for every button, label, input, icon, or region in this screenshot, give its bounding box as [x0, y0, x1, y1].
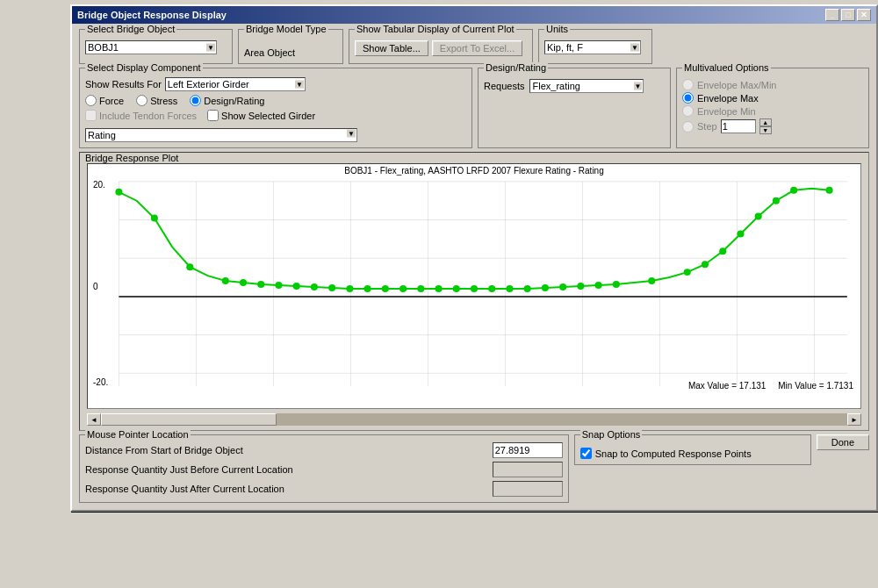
svg-point-42 — [648, 277, 655, 284]
show-selected-girder-label: Show Selected Girder — [221, 111, 315, 121]
units-dropdown-wrapper: Kip, ft, F — [544, 40, 646, 54]
stress-radio-item: Stress — [136, 95, 177, 106]
svg-point-18 — [186, 263, 193, 270]
horizontal-scrollbar[interactable]: ◄ ► — [87, 412, 861, 427]
multivalued-options-label: Multivalued Options — [682, 62, 771, 73]
bridge-model-type-label: Bridge Model Type — [244, 24, 328, 34]
done-button[interactable]: Done — [817, 434, 869, 450]
close-button[interactable]: ✕ — [857, 9, 871, 21]
svg-point-44 — [702, 261, 709, 268]
rating-select-container: Rating — [85, 125, 357, 142]
svg-point-24 — [311, 283, 318, 290]
svg-point-17 — [151, 215, 158, 222]
svg-point-40 — [595, 282, 602, 289]
scrollbar-track[interactable] — [101, 413, 847, 426]
show-results-select[interactable]: Left Exterior Girder — [165, 77, 306, 91]
svg-point-20 — [240, 279, 247, 286]
units-select[interactable]: Kip, ft, F — [544, 40, 641, 54]
include-tendon-checkbox[interactable] — [85, 110, 97, 121]
tabular-display-group: Show Tabular Display of Current Plot Sho… — [349, 29, 533, 64]
show-table-button[interactable]: Show Table... — [355, 40, 428, 56]
plot-area[interactable]: BOBJ1 - Flex_rating, AASHTO LRFD 2007 Fl… — [87, 163, 861, 409]
svg-point-23 — [293, 283, 300, 290]
force-radio-item: Force — [85, 95, 124, 106]
svg-point-29 — [399, 285, 407, 292]
step-down-arrow[interactable]: ▼ — [759, 126, 772, 134]
show-selected-girder-item: Show Selected Girder — [207, 110, 315, 121]
step-up-arrow[interactable]: ▲ — [759, 118, 772, 126]
snap-checkbox[interactable] — [580, 448, 592, 459]
stress-radio[interactable] — [136, 95, 148, 106]
maximize-button[interactable]: □ — [841, 9, 855, 21]
svg-point-21 — [257, 281, 264, 288]
svg-point-49 — [790, 187, 797, 194]
step-radio[interactable] — [682, 121, 694, 133]
rating-dropdown-row: Rating — [85, 125, 466, 142]
window-body: Select Bridge Object BOBJ1 Bridge Model … — [72, 24, 876, 510]
design-rating-radio-item: Design/Rating — [190, 95, 264, 106]
force-radio[interactable] — [85, 95, 97, 106]
requests-select-container: Flex_rating — [529, 79, 644, 93]
distance-row: Distance From Start of Bridge Object — [85, 442, 563, 458]
svg-point-31 — [435, 285, 442, 292]
distance-input[interactable] — [493, 442, 563, 458]
bridge-object-select[interactable]: BOBJ1 — [85, 40, 217, 54]
svg-point-36 — [524, 285, 531, 292]
units-select-container: Kip, ft, F — [544, 40, 641, 54]
after-input — [493, 481, 563, 497]
envelope-min-radio[interactable] — [682, 105, 694, 117]
svg-point-22 — [275, 282, 282, 289]
design-rating-group-label: Design/Rating — [484, 62, 548, 73]
display-component-group: Select Display Component Show Results Fo… — [79, 68, 472, 148]
svg-point-43 — [684, 269, 691, 276]
bridge-model-type-dropdown-wrapper: Area Object — [244, 40, 337, 58]
bottom-row: Mouse Pointer Location Distance From Sta… — [79, 434, 869, 503]
bridge-model-type-value: Area Object — [244, 47, 295, 58]
design-rating-radio[interactable] — [190, 95, 201, 106]
after-label: Response Quantity Just After Current Loc… — [85, 484, 489, 494]
force-label: Force — [99, 96, 124, 106]
mouse-pointer-label: Mouse Pointer Location — [85, 429, 191, 440]
distance-label: Distance From Start of Bridge Object — [85, 445, 489, 455]
svg-point-45 — [719, 247, 726, 255]
svg-point-33 — [471, 285, 478, 292]
envelope-min-row: Envelope Min — [682, 105, 863, 117]
select-bridge-object-group: Select Bridge Object BOBJ1 — [79, 29, 233, 64]
step-label: Step — [697, 121, 717, 132]
export-excel-button[interactable]: Export To Excel... — [432, 40, 522, 56]
envelope-max-min-row: Envelope Max/Min — [682, 79, 863, 90]
svg-point-41 — [613, 281, 620, 288]
svg-point-16 — [115, 189, 122, 196]
snap-row: Snap to Computed Response Points — [580, 448, 805, 459]
svg-point-26 — [346, 285, 353, 292]
scrollbar-thumb[interactable] — [101, 413, 277, 426]
show-selected-girder-checkbox[interactable] — [207, 110, 219, 121]
scroll-right-arrow[interactable]: ► — [847, 413, 861, 426]
svg-point-46 — [737, 230, 744, 237]
multivalued-options-group: Multivalued Options Envelope Max/Min Env… — [676, 68, 869, 148]
checkbox-row: Include Tendon Forces Show Selected Gird… — [85, 110, 466, 121]
units-label: Units — [544, 24, 570, 34]
snap-options-group: Snap Options Snap to Computed Response P… — [574, 434, 811, 465]
envelope-max-radio[interactable] — [682, 92, 694, 104]
requests-select[interactable]: Flex_rating — [529, 79, 644, 93]
minimize-button[interactable]: _ — [825, 9, 839, 21]
svg-point-30 — [417, 285, 424, 292]
show-results-label: Show Results For — [85, 79, 162, 90]
svg-point-34 — [488, 285, 495, 292]
main-window: Bridge Object Response Display _ □ ✕ Sel… — [70, 4, 878, 512]
rating-select[interactable]: Rating — [85, 128, 357, 142]
bridge-response-plot-group: Bridge Response Plot BOBJ1 - Flex_rating… — [79, 152, 869, 431]
svg-point-25 — [328, 284, 335, 291]
mouse-pointer-group: Mouse Pointer Location Distance From Sta… — [79, 434, 569, 503]
design-rating-group: Design/Rating Requests Flex_rating — [478, 68, 671, 148]
envelope-max-min-radio[interactable] — [682, 79, 694, 90]
scroll-left-arrow[interactable]: ◄ — [87, 413, 101, 426]
step-input[interactable] — [721, 119, 756, 133]
envelope-min-label: Envelope Min — [697, 106, 756, 117]
plot-svg — [88, 164, 860, 408]
after-row: Response Quantity Just After Current Loc… — [85, 481, 563, 497]
bridge-model-type-group: Bridge Model Type Area Object — [238, 29, 343, 64]
bridge-object-select-container: BOBJ1 — [85, 40, 217, 54]
radio-row: Force Stress Design/Rating — [85, 95, 466, 106]
